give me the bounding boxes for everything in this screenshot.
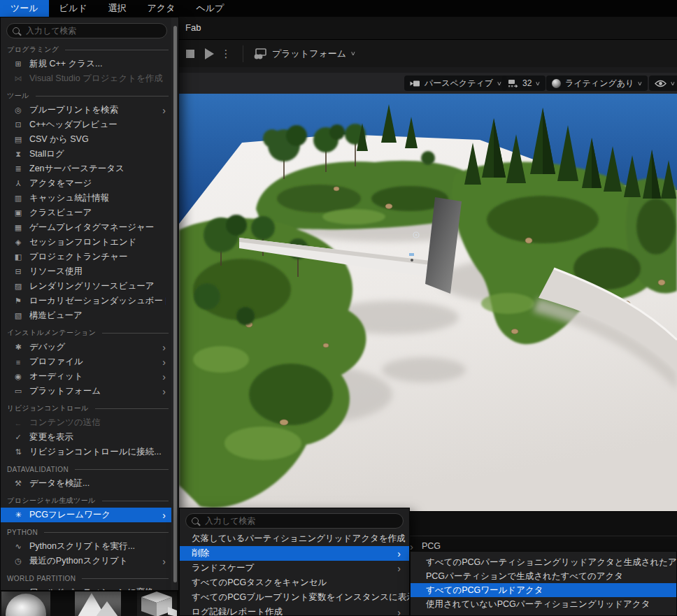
csv-to-svg-icon: ▤ [13, 135, 24, 144]
menu-item-label: すべてのPCGタスクをキャンセル [192, 577, 401, 589]
menubar-item[interactable]: ツール [0, 0, 49, 17]
menu-item-label: C++ヘッダプレビュー [29, 119, 166, 131]
menu-item[interactable]: すべてのPCGワールドアクタ [411, 583, 676, 597]
menu-item[interactable]: ⧗Stallログ [1, 147, 171, 162]
tab-fab[interactable]: Fab [185, 17, 201, 39]
submenu-search-box[interactable] [185, 513, 404, 529]
menu-item[interactable]: ▥キャッシュ統計情報 [1, 191, 171, 206]
menu-item[interactable]: ✱デバッグ› [1, 340, 171, 354]
menu-item[interactable]: ⅄アクタをマージ [1, 176, 171, 191]
find-blueprint-icon: ◎ [13, 106, 24, 115]
asset-thumbnail-sphere[interactable] [1, 592, 50, 616]
menu-item[interactable]: ▭プラットフォーム› [1, 384, 171, 399]
submenu-arrow-icon: › [162, 357, 166, 367]
connect-revision-control-icon: ⇅ [13, 447, 24, 457]
menu-item-label: ランドスケープ [192, 562, 393, 574]
tools-menu: プログラミング⊞新規 C++ クラス...⋈Visual Studio プロジェ… [0, 17, 179, 591]
play-button[interactable] [200, 44, 218, 63]
search-input[interactable] [24, 25, 161, 36]
grid-snap-dropdown[interactable]: 32 ∨ [502, 76, 546, 91]
menu-item-label: オーディット [29, 371, 158, 382]
menu-item-label: Stallログ [29, 148, 166, 160]
menu-item[interactable]: ≡プロファイル› [1, 354, 171, 369]
menu-item-label: 構造ビューア [29, 310, 166, 322]
platforms-icon [253, 48, 267, 59]
menu-item-label: PCGフレームワーク [29, 509, 158, 521]
submenu-search-input[interactable] [204, 515, 397, 527]
menubar-item[interactable]: ヘルプ [185, 0, 234, 17]
asset-thumbnail-landscape[interactable] [75, 592, 121, 616]
menu-item[interactable]: 使用されていないPCGパーティショニングリッドアクタ [411, 597, 676, 611]
menu-item[interactable]: すべてのPCGパーティショニングリッドアクタと生成されたアクタ [411, 555, 676, 569]
class-viewer-icon: ▣ [13, 208, 24, 217]
menubar-item[interactable]: アクタ [137, 0, 186, 17]
play-icon [205, 48, 214, 59]
menu-item-label: PCGパーティションで生成されたすべてのアクタ [426, 571, 668, 582]
menu-scrollbar-thumb[interactable] [173, 26, 177, 582]
menu-item[interactable]: ⊟リソース使用 [1, 264, 171, 279]
submenu-arrow-icon: › [162, 106, 166, 115]
menubar-item[interactable]: ビルド [49, 0, 98, 17]
perspective-dropdown[interactable]: パースペクティブ ∨ [404, 76, 507, 91]
menu-item[interactable]: ⇅リビジョンコントロールに接続... [1, 445, 171, 459]
scene-render [179, 94, 677, 511]
menu-item[interactable]: ⊡C++ヘッダプレビュー [1, 117, 171, 132]
chevron-down-icon: ∨ [535, 80, 541, 87]
menu-item-label: すべてのPCGワールドアクタ [426, 585, 668, 596]
asset-thumbnail-cubes[interactable] [137, 592, 177, 616]
view-changes-icon: ✓ [13, 433, 24, 442]
menu-item-label: レンダリングリソースビューア [29, 280, 166, 292]
menu-item[interactable]: ⊞新規 C++ クラス... [1, 57, 171, 71]
menu-item-label: ワールドパーティションに変換 [29, 587, 166, 591]
menu-item[interactable]: ◩ワールドパーティションに変換 [1, 585, 171, 591]
audit-icon: ◉ [13, 372, 24, 381]
menu-search-box[interactable] [6, 23, 167, 38]
menu-item[interactable]: ▣クラスビューア [1, 206, 171, 220]
menu-item[interactable]: ◷最近のPythonスクリプト› [1, 554, 171, 568]
menu-item[interactable]: ◉オーディット› [1, 369, 171, 384]
stop-button[interactable] [181, 44, 199, 63]
recent-python-scripts-icon: ◷ [13, 557, 24, 566]
menu-item[interactable]: ▧構造ビューア [1, 308, 171, 323]
viewport-3d-scene[interactable] [179, 94, 677, 511]
menu-item: ←コンテンツの送信 [1, 415, 171, 430]
resource-usage-icon: ⊟ [13, 267, 24, 276]
view-mode-dropdown[interactable]: ライティングあり ∨ [546, 76, 648, 91]
menu-item[interactable]: ▨レンダリングリソースビューア [1, 279, 171, 294]
menu-item[interactable]: ∿Pythonスクリプトを実行... [1, 539, 171, 554]
menu-item-label: ブループリントを検索 [29, 104, 158, 116]
menu-item[interactable]: ▤CSV から SVG [1, 132, 171, 147]
chevron-down-icon: ∨ [637, 80, 643, 87]
menu-item[interactable]: すべてのPCGブループリント変数をインスタンスに表示 [180, 590, 409, 605]
kebab-icon: ⋮ [221, 48, 231, 60]
new-cpp-class-icon: ⊞ [13, 59, 24, 69]
menu-item[interactable]: ✓変更を表示 [1, 430, 171, 445]
menu-scrollbar-track[interactable] [171, 17, 178, 590]
search-icon [192, 517, 199, 524]
menu-item[interactable]: ▦ゲームプレイタグマネージャー [1, 220, 171, 235]
menu-item[interactable]: ≣Zenサーバーステータス [1, 162, 171, 176]
menu-item-label: データを検証... [29, 478, 166, 489]
menu-item[interactable]: ◈セッションフロントエンド [1, 235, 171, 250]
menu-item[interactable]: ランドスケープ› [180, 561, 409, 575]
menu-item[interactable]: ✳PCGフレームワーク› [1, 508, 171, 522]
play-options-button[interactable]: ⋮ [220, 44, 232, 63]
menu-item[interactable]: 欠落しているパーティショニングリッドアクタを作成 [180, 531, 409, 546]
menu-item[interactable]: PCGパーティションで生成されたすべてのアクタ [411, 569, 676, 583]
submenu-arrow-icon: › [162, 510, 166, 520]
menu-item[interactable]: すべてのPCGタスクをキャンセル [180, 575, 409, 590]
pcg-framework-submenu: 欠落しているパーティショニングリッドアクタを作成削除›ランドスケープ›すべてのP… [179, 508, 410, 616]
menubar-item[interactable]: 選択 [98, 0, 137, 17]
menu-item[interactable]: ◧プロジェクトランチャー [1, 250, 171, 264]
menu-item[interactable]: ログ記録/レポート作成› [180, 605, 409, 616]
menu-item[interactable]: 削除› [180, 546, 409, 561]
platforms-dropdown[interactable]: プラットフォーム ∨ [253, 44, 355, 63]
menu-item[interactable]: ⚒データを検証... [1, 476, 171, 491]
viewport-header: パースペクティブ ∨ 32 ∨ ライティングあり ∨ ∨ [175, 73, 677, 94]
menu-item[interactable]: ⚑ローカリゼーションダッシュボード [1, 294, 171, 308]
show-flags-dropdown[interactable]: ∨ [649, 76, 677, 91]
menu-item-label: 最近のPythonスクリプト [29, 555, 158, 567]
menu-item[interactable]: ◎ブループリントを検索› [1, 103, 171, 117]
breadcrumb-label: PCG [422, 541, 441, 551]
snap-value: 32 [522, 78, 532, 88]
